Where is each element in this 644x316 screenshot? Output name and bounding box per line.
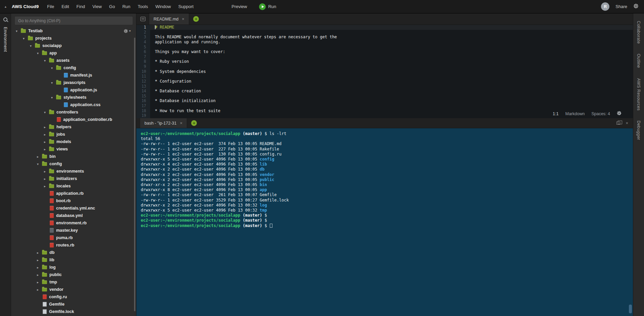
tree-item-application-controller-rb[interactable]: application_controller.rb — [11, 116, 136, 123]
tree-item-routes-rb[interactable]: routes.rb — [11, 241, 136, 249]
tree-item-testlab[interactable]: ▾Testlab▾ — [11, 27, 136, 35]
tree-item-views[interactable]: ▸views — [11, 145, 136, 153]
tree-item-application-js[interactable]: application.js — [11, 86, 136, 94]
menu-item-support[interactable]: Support — [175, 4, 198, 9]
tree-item-gemfile[interactable]: Gemfile — [11, 301, 136, 308]
line-number[interactable]: 15 — [136, 94, 150, 99]
right-rail-tab-debugger[interactable]: Debugger — [636, 121, 641, 140]
line-number[interactable]: 8 — [136, 59, 150, 64]
tree-item-config[interactable]: ▾config — [11, 64, 136, 72]
tree-item-db[interactable]: ▸db — [11, 249, 136, 256]
tree-item-assets[interactable]: ▾assets — [11, 57, 136, 64]
line-number[interactable]: 16 — [136, 98, 150, 103]
menu-item-tools[interactable]: Tools — [134, 4, 152, 9]
tree-item-javascripts[interactable]: ▾javascripts — [11, 79, 136, 86]
line-number[interactable]: 17 — [136, 103, 150, 108]
goto-anything-input[interactable] — [14, 16, 133, 25]
tree-item-lib[interactable]: ▸lib — [11, 256, 136, 264]
line-number[interactable]: 13 — [136, 84, 150, 89]
menu-item-window[interactable]: Window — [152, 4, 174, 9]
avatar[interactable]: R — [601, 2, 609, 11]
menu-item-go[interactable]: Go — [105, 4, 119, 9]
tree-item-environment-rb[interactable]: environment.rb — [11, 219, 136, 227]
tree-item-puma-rb[interactable]: puma.rb — [11, 234, 136, 241]
brand-menu[interactable]: AWS Cloud9 — [12, 4, 39, 9]
tree-item-controllers[interactable]: ▾controllers — [11, 108, 136, 116]
tree-item-config-ru[interactable]: config.ru — [11, 293, 136, 301]
tab-size[interactable]: Spaces: 4 — [591, 111, 610, 116]
line-number[interactable]: 11 — [136, 74, 150, 79]
run-button[interactable]: Run — [259, 3, 276, 10]
line-number[interactable]: 6 — [136, 49, 150, 54]
tree-item-locales[interactable]: ▸locales — [11, 182, 136, 190]
line-number[interactable]: 7 — [136, 54, 150, 59]
close-tab-icon[interactable]: × — [182, 16, 184, 21]
tree-item-bin[interactable]: ▸bin — [11, 153, 136, 160]
tab-bash[interactable]: bash - "ip-172-31 × — [140, 118, 187, 128]
cursor-position[interactable]: 1:1 — [553, 111, 558, 116]
left-rail-tab-environment[interactable]: Environment — [3, 27, 8, 52]
tree-item-projects[interactable]: ▾projects — [11, 35, 136, 42]
right-rail-tab-outline[interactable]: Outline — [636, 54, 641, 68]
line-number[interactable]: 5 — [136, 45, 150, 50]
tree-item-master-key[interactable]: master.key — [11, 227, 136, 234]
menu-item-run[interactable]: Run — [119, 4, 134, 9]
menu-item-edit[interactable]: Edit — [58, 4, 73, 9]
right-rail-tab-aws-resources[interactable]: AWS Resources — [636, 78, 641, 110]
sidebar-scrollbar[interactable] — [134, 38, 135, 311]
line-number[interactable]: 14 — [136, 89, 150, 94]
close-pane-icon[interactable]: × — [626, 121, 628, 126]
tree-item-config[interactable]: ▾config — [11, 160, 136, 168]
tree-item-boot-rb[interactable]: boot.rb — [11, 197, 136, 205]
project-settings-button[interactable]: ▾ — [124, 27, 131, 35]
line-number[interactable]: 9 — [136, 64, 150, 69]
collapse-menubar-icon[interactable]: ▲ — [0, 5, 11, 8]
editor-settings-gear-icon[interactable] — [617, 111, 621, 117]
code-editor[interactable]: 1# README23This README would normally do… — [136, 25, 633, 118]
line-number[interactable]: 4 — [136, 40, 150, 45]
tree-item-models[interactable]: ▸models — [11, 138, 136, 145]
tree-item-app[interactable]: ▾app — [11, 49, 136, 57]
tree-item-application-css[interactable]: application.css — [11, 101, 136, 108]
maximize-pane-icon[interactable] — [616, 122, 620, 125]
line-number[interactable]: 2 — [136, 30, 150, 35]
tree-item-gemfile-lock[interactable]: Gemfile.lock — [11, 308, 136, 315]
tree-item-manifest-js[interactable]: manifest.js — [11, 72, 136, 79]
tab-list-icon[interactable] — [140, 17, 145, 21]
preferences-gear-icon[interactable] — [633, 3, 639, 10]
tree-item-helpers[interactable]: ▸helpers — [11, 123, 136, 131]
line-number[interactable]: 12 — [136, 79, 150, 84]
tree-item-application-rb[interactable]: application.rb — [11, 190, 136, 197]
new-tab-button[interactable]: + — [193, 16, 199, 22]
preview-button[interactable]: Preview — [228, 4, 250, 9]
tree-item-log[interactable]: ▸log — [11, 264, 136, 271]
tree-item-public[interactable]: ▸public — [11, 271, 136, 278]
terminal-scrollbar[interactable] — [629, 305, 632, 313]
line-number[interactable]: 10 — [136, 69, 150, 74]
tree-item-vendor[interactable]: ▸vendor — [11, 286, 136, 293]
line-number[interactable]: 3 — [136, 35, 150, 40]
tree-item-tmp[interactable]: ▸tmp — [11, 278, 136, 286]
line-number[interactable]: 19 — [136, 113, 150, 118]
syntax-mode[interactable]: Markdown — [565, 111, 585, 116]
close-terminal-tab-icon[interactable]: × — [180, 121, 182, 126]
line-number[interactable]: 1 — [136, 25, 150, 30]
folder-icon — [49, 110, 54, 114]
tree-item-socialapp[interactable]: ▾socialapp — [11, 42, 136, 49]
tree-item-credentials-yml-enc[interactable]: credentials.yml.enc — [11, 205, 136, 212]
tree-item-database-yml[interactable]: database.yml — [11, 212, 136, 219]
share-button[interactable]: Share — [615, 4, 627, 9]
menu-item-file[interactable]: File — [43, 4, 58, 9]
search-icon[interactable] — [3, 17, 7, 21]
menu-item-find[interactable]: Find — [73, 4, 89, 9]
tree-item-environments[interactable]: ▸environments — [11, 168, 136, 175]
new-terminal-button[interactable]: + — [191, 120, 197, 126]
right-rail-tab-collaborate[interactable]: Collaborate — [636, 21, 641, 44]
menu-item-view[interactable]: View — [89, 4, 105, 9]
tree-item-initializers[interactable]: ▸initializers — [11, 175, 136, 182]
terminal[interactable]: ec2-user:~/environment/projects/socialap… — [136, 128, 633, 316]
tab-readme[interactable]: README.md × — [149, 13, 189, 25]
line-number[interactable]: 18 — [136, 108, 150, 114]
tree-item-stylesheets[interactable]: ▾stylesheets — [11, 94, 136, 101]
tree-item-jobs[interactable]: ▸jobs — [11, 131, 136, 138]
